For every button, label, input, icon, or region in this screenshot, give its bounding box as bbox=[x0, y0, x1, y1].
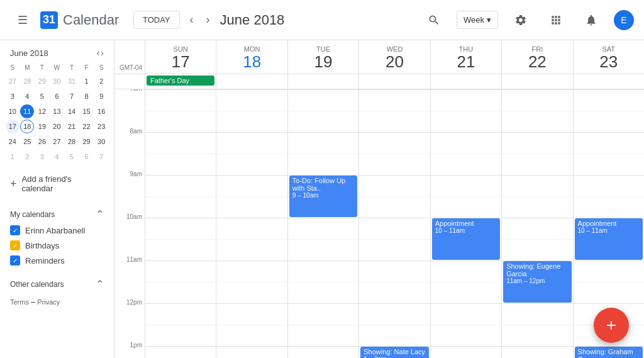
mini-cal-day[interactable]: 7 bbox=[94, 150, 108, 164]
mini-cal-day[interactable]: 5 bbox=[35, 89, 49, 103]
mini-cal-day[interactable]: 8 bbox=[80, 89, 94, 103]
time-grid-cell[interactable] bbox=[358, 175, 430, 196]
time-grid-cell[interactable] bbox=[573, 89, 644, 111]
day-header-wed[interactable]: Wed20 bbox=[358, 40, 430, 74]
time-grid-cell[interactable] bbox=[287, 154, 358, 175]
time-grid-cell[interactable] bbox=[358, 154, 430, 175]
time-grid-cell[interactable] bbox=[145, 303, 216, 325]
time-grid-cell[interactable] bbox=[216, 260, 287, 282]
time-grid-cell[interactable] bbox=[501, 111, 572, 132]
all-day-cell-6[interactable] bbox=[573, 74, 644, 89]
time-grid-cell[interactable] bbox=[430, 346, 501, 358]
time-grid-cell[interactable] bbox=[287, 218, 358, 239]
time-grid-cell[interactable] bbox=[501, 154, 572, 175]
mini-cal-day[interactable]: 22 bbox=[80, 120, 94, 133]
time-grid-cell[interactable] bbox=[145, 346, 216, 358]
time-grid-cell[interactable]: Appointment10 – 11am bbox=[573, 218, 644, 239]
time-grid-cell[interactable] bbox=[287, 89, 358, 111]
time-grid-cell[interactable] bbox=[145, 239, 216, 260]
my-calendar-item[interactable]: ✓Reminders bbox=[5, 253, 109, 268]
mini-cal-day[interactable]: 24 bbox=[6, 135, 19, 148]
time-grid-cell[interactable] bbox=[358, 260, 430, 282]
time-grid-cell[interactable]: Showing: Nate Lacy1 – 2pm bbox=[358, 346, 430, 358]
next-button[interactable]: › bbox=[204, 11, 213, 29]
time-grid-cell[interactable] bbox=[358, 89, 430, 111]
mini-cal-day[interactable]: 11 bbox=[20, 104, 34, 118]
mini-cal-day[interactable]: 13 bbox=[50, 104, 64, 118]
mini-cal-day[interactable]: 14 bbox=[65, 104, 79, 118]
mini-cal-day[interactable]: 19 bbox=[35, 120, 49, 133]
mini-cal-day[interactable]: 3 bbox=[35, 150, 49, 164]
menu-button[interactable]: ☰ bbox=[10, 8, 35, 33]
time-grid-cell[interactable] bbox=[145, 196, 216, 218]
add-friend-calendar[interactable]: + Add a friend's calendar bbox=[5, 169, 109, 198]
time-grid-cell[interactable] bbox=[216, 154, 287, 175]
time-grid-cell[interactable] bbox=[287, 239, 358, 260]
time-grid-cell[interactable] bbox=[287, 325, 358, 346]
day-header-thu[interactable]: Thu21 bbox=[430, 40, 501, 74]
mini-cal-day[interactable]: 4 bbox=[50, 150, 64, 164]
time-grid-cell[interactable] bbox=[145, 282, 216, 303]
time-grid-cell[interactable] bbox=[287, 260, 358, 282]
event-block[interactable]: Appointment10 – 11am bbox=[432, 218, 500, 260]
search-button[interactable] bbox=[421, 8, 447, 33]
mini-cal-day[interactable]: 25 bbox=[20, 135, 34, 148]
mini-cal-day[interactable]: 17 bbox=[6, 120, 19, 133]
mini-cal-day[interactable]: 28 bbox=[65, 135, 79, 148]
time-grid-cell[interactable] bbox=[145, 89, 216, 111]
my-calendar-item[interactable]: ✓Birthdays bbox=[5, 238, 109, 253]
time-grid-cell[interactable] bbox=[573, 175, 644, 196]
mini-cal-day[interactable]: 3 bbox=[6, 89, 19, 103]
time-grid-cell[interactable] bbox=[287, 282, 358, 303]
time-grid-cell[interactable]: To-Do: Follow Up with Sta..9 – 10am bbox=[287, 175, 358, 196]
all-day-cell-4[interactable] bbox=[430, 74, 501, 89]
view-selector[interactable]: Week ▾ bbox=[457, 11, 498, 29]
time-grid-cell[interactable] bbox=[358, 132, 430, 154]
time-grid-cell[interactable] bbox=[145, 218, 216, 239]
time-grid-cell[interactable] bbox=[573, 260, 644, 282]
create-event-fab[interactable]: + bbox=[594, 308, 629, 343]
mini-cal-day[interactable]: 1 bbox=[6, 150, 19, 164]
time-grid-cell[interactable] bbox=[145, 132, 216, 154]
time-grid-cell[interactable] bbox=[358, 111, 430, 132]
all-day-cell-1[interactable] bbox=[216, 74, 287, 89]
time-grid-cell[interactable] bbox=[573, 196, 644, 218]
all-day-event[interactable]: Father's Day bbox=[147, 76, 214, 86]
time-grid-cell[interactable] bbox=[501, 325, 572, 346]
apps-button[interactable] bbox=[543, 8, 569, 33]
time-grid-cell[interactable] bbox=[573, 132, 644, 154]
mini-cal-day[interactable]: 30 bbox=[94, 135, 108, 148]
mini-cal-day[interactable]: 27 bbox=[6, 74, 19, 88]
mini-cal-day[interactable]: 10 bbox=[6, 104, 19, 118]
day-header-tue[interactable]: Tue19 bbox=[287, 40, 358, 74]
terms-link[interactable]: Terms bbox=[10, 298, 29, 306]
event-block[interactable]: Showing: Nate Lacy1 – 2pm bbox=[360, 347, 428, 358]
mini-cal-day[interactable]: 6 bbox=[80, 150, 94, 164]
time-grid-cell[interactable] bbox=[501, 175, 572, 196]
time-grid-cell[interactable] bbox=[430, 111, 501, 132]
time-grid-cell[interactable] bbox=[430, 132, 501, 154]
time-grid-cell[interactable] bbox=[358, 282, 430, 303]
time-grid-cell[interactable] bbox=[358, 218, 430, 239]
time-grid-cell[interactable] bbox=[501, 196, 572, 218]
all-day-cell-2[interactable] bbox=[287, 74, 358, 89]
mini-cal-day[interactable]: 12 bbox=[35, 104, 49, 118]
time-grid-cell[interactable] bbox=[216, 346, 287, 358]
time-grid-cell[interactable] bbox=[501, 346, 572, 358]
mini-cal-day[interactable]: 29 bbox=[80, 135, 94, 148]
event-block[interactable]: Showing: Graham Cerceo1 – 2pm bbox=[575, 347, 643, 358]
time-grid-cell[interactable] bbox=[358, 196, 430, 218]
time-grid-cell[interactable] bbox=[145, 154, 216, 175]
day-header-mon[interactable]: Mon18 bbox=[216, 40, 287, 74]
time-grid-cell[interactable] bbox=[430, 196, 501, 218]
time-grid-cell[interactable]: Appointment10 – 11am bbox=[430, 218, 501, 239]
time-grid-cell[interactable] bbox=[573, 282, 644, 303]
all-day-cell-5[interactable] bbox=[501, 74, 572, 89]
time-grid-cell[interactable] bbox=[430, 175, 501, 196]
my-calendars-header[interactable]: My calendars ⌃ bbox=[5, 206, 109, 223]
time-grid-cell[interactable] bbox=[216, 282, 287, 303]
mini-cal-day[interactable]: 18 bbox=[20, 120, 34, 133]
time-grid-cell[interactable] bbox=[216, 175, 287, 196]
all-day-cell-3[interactable] bbox=[358, 74, 430, 89]
mini-cal-day[interactable]: 20 bbox=[50, 120, 64, 133]
